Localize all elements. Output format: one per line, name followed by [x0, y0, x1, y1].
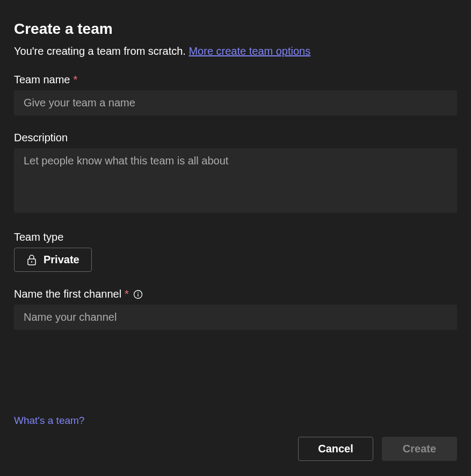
dialog-title: Create a team: [14, 20, 457, 38]
team-type-value: Private: [44, 254, 79, 266]
lock-icon: [26, 254, 37, 266]
description-input[interactable]: [14, 148, 457, 213]
subtitle-text: You're creating a team from scratch.: [14, 45, 189, 57]
team-type-button[interactable]: Private: [14, 248, 92, 272]
description-label-text: Description: [14, 132, 68, 144]
dialog-subtitle: You're creating a team from scratch. Mor…: [14, 45, 457, 57]
first-channel-label-text: Name the first channel: [14, 288, 121, 300]
whats-a-team-link[interactable]: What's a team?: [14, 415, 84, 427]
dialog-button-row: Cancel Create: [298, 437, 457, 461]
team-name-input[interactable]: [14, 90, 457, 116]
svg-point-3: [137, 292, 139, 293]
description-label: Description: [14, 132, 457, 144]
more-options-link[interactable]: More create team options: [189, 45, 310, 57]
first-channel-input[interactable]: [14, 305, 457, 330]
team-type-label: Team type: [14, 231, 457, 243]
team-type-field-group: Team type Private: [14, 231, 457, 272]
team-name-required-marker: *: [74, 74, 78, 86]
info-icon[interactable]: [133, 290, 143, 299]
team-name-label: Team name *: [14, 74, 457, 86]
cancel-button[interactable]: Cancel: [298, 437, 373, 461]
first-channel-field-group: Name the first channel *: [14, 288, 457, 330]
first-channel-required-marker: *: [125, 288, 129, 300]
description-field-group: Description: [14, 132, 457, 215]
team-name-field-group: Team name *: [14, 74, 457, 116]
first-channel-label: Name the first channel *: [14, 288, 457, 300]
team-type-label-text: Team type: [14, 231, 63, 243]
svg-point-1: [31, 261, 32, 262]
team-name-label-text: Team name: [14, 74, 70, 86]
create-button[interactable]: Create: [382, 437, 457, 461]
